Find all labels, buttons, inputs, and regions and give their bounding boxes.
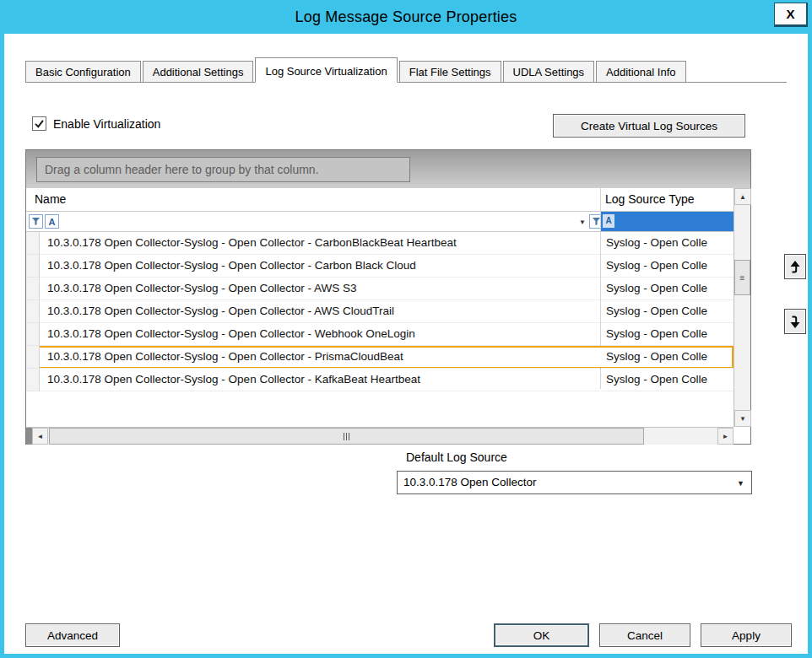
column-header-log-source-type[interactable]: Log Source Type [605, 192, 732, 206]
tab-additional-info[interactable]: Additional Info [596, 61, 685, 82]
row-type-cell: Syslog - Open Colle [601, 300, 734, 323]
row-indicator[interactable] [26, 346, 40, 369]
grid-rows: 10.3.0.178 Open Collector-Syslog - Open … [26, 232, 734, 391]
vertical-scrollbar[interactable]: ▲ ≡ ▼ [734, 188, 750, 427]
log-message-source-properties-dialog: Log Message Source Properties X Basic Co… [0, 0, 812, 658]
table-row[interactable]: 10.3.0.178 Open Collector-Syslog - Open … [26, 255, 734, 278]
row-indicator[interactable] [26, 323, 40, 346]
row-name-cell: 10.3.0.178 Open Collector-Syslog - Open … [40, 300, 600, 323]
grip-line [346, 433, 347, 440]
move-row-up-button[interactable] [784, 254, 806, 279]
group-by-panel[interactable]: Drag a column header here to group by th… [26, 150, 750, 188]
apply-button[interactable]: Apply [701, 623, 792, 647]
scroll-down-icon[interactable]: ▼ [734, 410, 751, 427]
row-name-cell: 10.3.0.178 Open Collector-Syslog - Open … [40, 255, 600, 278]
scrollbar-left-tab[interactable] [26, 428, 32, 445]
arrow-up-icon [789, 260, 801, 274]
row-name-cell: 10.3.0.178 Open Collector-Syslog - Open … [40, 323, 600, 346]
row-type-cell: Syslog - Open Colle [601, 346, 734, 369]
row-indicator[interactable] [26, 300, 40, 323]
row-type-cell: Syslog - Open Colle [601, 232, 734, 255]
close-button[interactable]: X [774, 3, 808, 27]
tab-udla-settings[interactable]: UDLA Settings [503, 61, 595, 82]
enable-virtualization-label: Enable Virtualization [53, 117, 160, 131]
default-log-source-label: Default Log Source [406, 450, 507, 464]
grip-line [344, 433, 344, 440]
row-type-cell: Syslog - Open Colle [601, 255, 734, 278]
name-filter-mode-icon[interactable]: A [45, 214, 59, 229]
row-indicator[interactable] [26, 369, 40, 391]
grid-filter-row: A ▼ A [26, 212, 734, 232]
vertical-scroll-thumb[interactable]: ≡ [734, 260, 750, 295]
scroll-right-icon[interactable]: ► [717, 428, 734, 445]
group-by-hint: Drag a column header here to group by th… [36, 157, 410, 182]
scroll-up-icon[interactable]: ▲ [734, 188, 751, 205]
type-filter-mode-icon: A [603, 214, 614, 228]
row-name-cell: 10.3.0.178 Open Collector-Syslog - Open … [40, 278, 600, 300]
scroll-left-icon[interactable]: ◄ [32, 428, 48, 445]
grid-header-row: Name Log Source Type [26, 188, 734, 212]
virtual-log-sources-grid: Drag a column header here to group by th… [25, 149, 751, 445]
table-row[interactable]: 10.3.0.178 Open Collector-Syslog - Open … [26, 278, 734, 300]
row-type-cell: Syslog - Open Colle [601, 369, 734, 391]
row-indicator[interactable] [26, 232, 40, 255]
checkmark-icon [34, 118, 45, 129]
dialog-content: Basic ConfigurationAdditional SettingsLo… [4, 34, 808, 654]
advanced-button[interactable]: Advanced [25, 623, 120, 647]
row-name-cell: 10.3.0.178 Open Collector-Syslog - Open … [40, 369, 600, 391]
ok-button[interactable]: OK [494, 623, 589, 647]
arrow-down-icon [789, 315, 801, 329]
enable-virtualization-row: Enable Virtualization [32, 116, 160, 131]
move-row-down-button[interactable] [784, 309, 806, 334]
row-indicator[interactable] [26, 278, 40, 300]
grip-line [349, 433, 349, 440]
funnel-icon [31, 217, 41, 226]
row-type-cell: Syslog - Open Colle [601, 323, 734, 346]
table-row[interactable]: 10.3.0.178 Open Collector-Syslog - Open … [26, 346, 734, 369]
default-log-source-value: 10.3.0.178 Open Collector [403, 476, 537, 488]
tab-strip: Basic ConfigurationAdditional SettingsLo… [25, 57, 787, 83]
table-row[interactable]: 10.3.0.178 Open Collector-Syslog - Open … [26, 232, 734, 255]
name-filter-dropdown-icon[interactable]: ▼ [579, 218, 586, 226]
row-indicator[interactable] [26, 255, 40, 278]
table-row[interactable]: 10.3.0.178 Open Collector-Syslog - Open … [26, 369, 734, 391]
row-name-cell: 10.3.0.178 Open Collector-Syslog - Open … [40, 346, 600, 369]
tab-log-source-virtualization[interactable]: Log Source Virtualization [255, 57, 397, 83]
title-bar: Log Message Source Properties [0, 0, 812, 34]
cancel-button[interactable]: Cancel [599, 623, 690, 647]
type-filter-cell[interactable]: A [601, 212, 734, 231]
horizontal-scroll-thumb[interactable] [49, 428, 644, 445]
name-filter-icon[interactable] [29, 214, 43, 229]
table-row[interactable]: 10.3.0.178 Open Collector-Syslog - Open … [26, 323, 734, 346]
column-header-name[interactable]: Name [35, 192, 66, 206]
enable-virtualization-checkbox[interactable] [32, 116, 46, 131]
dialog-title: Log Message Source Properties [295, 8, 517, 26]
tab-basic-configuration[interactable]: Basic Configuration [25, 61, 141, 82]
chevron-down-icon: ▼ [737, 479, 744, 488]
row-type-cell: Syslog - Open Colle [601, 278, 734, 300]
create-virtual-log-sources-button[interactable]: Create Virtual Log Sources [553, 114, 745, 138]
table-row[interactable]: 10.3.0.178 Open Collector-Syslog - Open … [26, 300, 734, 323]
row-name-cell: 10.3.0.178 Open Collector-Syslog - Open … [40, 232, 600, 255]
tab-additional-settings[interactable]: Additional Settings [143, 61, 254, 82]
tab-flat-file-settings[interactable]: Flat File Settings [399, 61, 501, 82]
horizontal-scrollbar[interactable]: ◄ ► [26, 427, 734, 445]
default-log-source-select[interactable]: 10.3.0.178 Open Collector ▼ [397, 471, 752, 494]
